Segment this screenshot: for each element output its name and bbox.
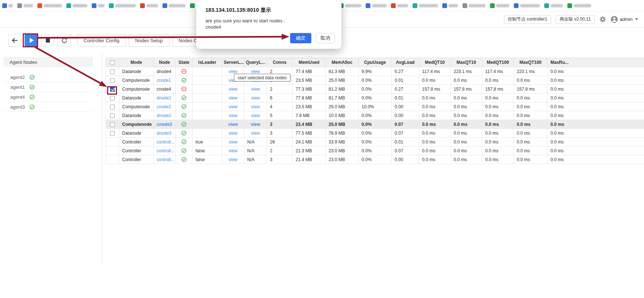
cancel-button[interactable]: 取消 bbox=[316, 33, 335, 43]
node-link[interactable]: cnode3 bbox=[157, 122, 172, 127]
user-menu[interactable]: admin bbox=[611, 16, 638, 23]
table-row[interactable]: Computenodecnode4viewview277.3 MB81.2 MB… bbox=[106, 85, 644, 94]
bookmark-item[interactable] bbox=[140, 3, 158, 8]
bookmark-item[interactable] bbox=[366, 3, 387, 8]
bookmark-item[interactable] bbox=[442, 3, 458, 8]
server-log-link[interactable]: view bbox=[228, 104, 237, 109]
row-checkbox[interactable] bbox=[110, 78, 115, 83]
row-checkbox[interactable] bbox=[110, 113, 115, 118]
table-row[interactable]: Datanodednode4viewview277.4 MB81.3 MB9.9… bbox=[106, 67, 644, 76]
bookmark-item[interactable] bbox=[109, 3, 136, 8]
isleader-cell bbox=[193, 111, 222, 120]
bookmark-item[interactable] bbox=[544, 3, 563, 8]
cell-maxqt10: 0.0 ms bbox=[451, 146, 482, 155]
back-button[interactable] bbox=[8, 34, 21, 47]
bookmark-item[interactable] bbox=[92, 3, 105, 8]
version-button[interactable]: 商业版 v2.00.11 bbox=[556, 15, 594, 24]
server-log-link[interactable]: view bbox=[228, 148, 237, 153]
table-row[interactable]: Computenodecnode2viewview423.5 MB25.0 MB… bbox=[106, 102, 644, 111]
agent-item[interactable]: agent4 bbox=[4, 92, 93, 102]
table-row[interactable]: Computenodecnode3viewview323.4 MB25.0 MB… bbox=[106, 120, 644, 129]
bookmark-item[interactable] bbox=[66, 3, 87, 8]
cell-conns: 26 bbox=[267, 138, 293, 146]
agent-item[interactable]: agent2 bbox=[4, 72, 93, 82]
cell-medqt10: 0.0 ms bbox=[419, 129, 451, 138]
query-log-link[interactable]: view bbox=[251, 131, 260, 136]
dialog-title: 183.134.101.135:8010 显示 bbox=[205, 7, 334, 14]
agent-item[interactable]: agent1 bbox=[4, 82, 93, 92]
table-row[interactable]: Controllercontroll...trueviewN/A2624.1 M… bbox=[106, 138, 644, 146]
state-cell bbox=[176, 67, 193, 76]
agent-item[interactable]: agent3 bbox=[4, 102, 93, 112]
bookmark-label-blurred bbox=[550, 4, 563, 7]
node-link[interactable]: dnode2 bbox=[157, 113, 171, 118]
bookmark-label-blurred bbox=[520, 4, 540, 7]
cell-avgload: 0.01 bbox=[392, 94, 419, 102]
bookmark-item[interactable] bbox=[567, 3, 591, 8]
row-checkbox[interactable] bbox=[110, 122, 115, 127]
server-log-link[interactable]: view bbox=[228, 95, 237, 101]
gear-icon[interactable] bbox=[599, 16, 606, 23]
table-row[interactable]: Computenodecnode1viewview023.5 MB25.0 MB… bbox=[106, 76, 644, 85]
query-log-link[interactable]: view bbox=[251, 113, 260, 118]
node-link[interactable]: cnode1 bbox=[157, 78, 171, 83]
table-row[interactable]: Controllercontroll...falseviewN/A321.4 M… bbox=[106, 155, 644, 164]
bookmark-item[interactable] bbox=[490, 3, 509, 8]
tab-controller-config[interactable]: Controller Config bbox=[77, 34, 126, 47]
bookmark-item[interactable] bbox=[37, 3, 62, 8]
node-link[interactable]: dnode3 bbox=[157, 131, 171, 136]
row-checkbox[interactable] bbox=[110, 96, 115, 101]
server-log-link[interactable]: view bbox=[228, 157, 237, 162]
bookmark-item[interactable] bbox=[514, 3, 540, 8]
query-log-cell: view bbox=[244, 129, 267, 138]
node-link[interactable]: dnode1 bbox=[157, 95, 171, 101]
select-all-checkbox[interactable] bbox=[110, 60, 115, 65]
server-log-link[interactable]: view bbox=[228, 122, 238, 127]
node-link[interactable]: controll... bbox=[157, 148, 175, 153]
state-cell bbox=[176, 94, 193, 102]
query-log-cell: N/A bbox=[244, 138, 267, 146]
query-log-link[interactable]: view bbox=[250, 122, 260, 127]
bookmark-item[interactable] bbox=[391, 3, 408, 8]
cell-medqt100: 0.0 ms bbox=[482, 129, 514, 138]
server-log-link[interactable]: view bbox=[228, 139, 237, 145]
bookmark-item[interactable] bbox=[162, 3, 186, 8]
server-log-link[interactable]: view bbox=[228, 131, 237, 136]
table-row[interactable]: Datanodednode3viewview377.5 MB78.9 MB0.0… bbox=[106, 129, 644, 138]
row-checkbox[interactable] bbox=[110, 69, 115, 74]
refresh-button[interactable] bbox=[58, 34, 71, 47]
query-log-link[interactable]: view bbox=[251, 95, 260, 101]
bookmark-label-blurred bbox=[449, 4, 458, 7]
stop-nodes-button[interactable] bbox=[41, 34, 54, 47]
controller-node-button[interactable]: 控制节点 controller1 bbox=[504, 15, 551, 24]
server-log-link[interactable]: view bbox=[228, 87, 237, 92]
table-row[interactable]: Controllercontroll...falseviewN/A221.3 M… bbox=[106, 146, 644, 155]
table-row[interactable]: Datanodednode2viewview57.6 MB10.0 MB0.0%… bbox=[106, 111, 644, 120]
node-link[interactable]: controll... bbox=[157, 139, 175, 145]
bookmark-item[interactable] bbox=[17, 3, 33, 8]
row-checkbox[interactable] bbox=[110, 131, 115, 136]
node-link[interactable]: cnode2 bbox=[157, 104, 171, 109]
cell-memalloc: 81.7 MB bbox=[326, 94, 359, 102]
cell-memused: 24.1 MB bbox=[293, 138, 326, 146]
confirm-button[interactable]: 确定 bbox=[290, 33, 311, 43]
table-row[interactable]: Datanodednode1viewview677.8 MB81.7 MB0.0… bbox=[106, 94, 644, 102]
query-log-link[interactable]: view bbox=[251, 87, 260, 92]
row-checkbox[interactable] bbox=[110, 105, 115, 109]
cell-memused: 7.6 MB bbox=[293, 111, 326, 120]
bookmark-item[interactable] bbox=[413, 3, 438, 8]
node-link[interactable]: controll... bbox=[157, 157, 175, 162]
cell-cpuusage: 0.0% bbox=[359, 76, 392, 85]
running-icon bbox=[29, 84, 35, 90]
server-log-link[interactable]: view bbox=[228, 69, 237, 74]
bookmark-item[interactable] bbox=[339, 3, 361, 8]
tab-nodes-setup[interactable]: Nodes Setup bbox=[129, 34, 169, 47]
bookmark-item[interactable] bbox=[2, 3, 13, 8]
query-log-link[interactable]: view bbox=[251, 104, 260, 109]
query-log-link[interactable]: view bbox=[251, 69, 260, 74]
row-checkbox[interactable] bbox=[110, 87, 115, 92]
bookmark-item[interactable] bbox=[462, 3, 486, 8]
start-nodes-button[interactable] bbox=[25, 34, 38, 47]
cell-memalloc: 78.9 MB bbox=[326, 129, 359, 138]
server-log-link[interactable]: view bbox=[228, 113, 237, 118]
